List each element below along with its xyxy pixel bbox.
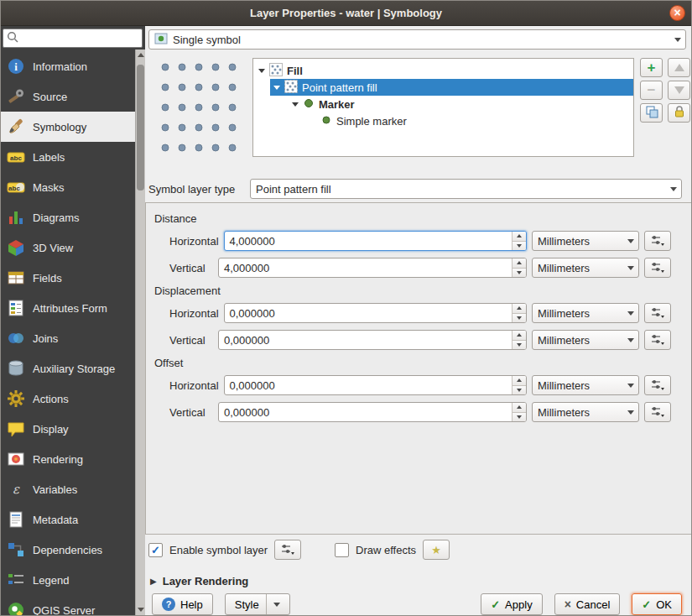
apply-button[interactable]: ✓ Apply	[481, 593, 542, 615]
sidebar-item-actions[interactable]: Actions	[1, 384, 135, 414]
data-defined-override-button[interactable]	[644, 375, 671, 395]
sidebar-item-3d-view[interactable]: 3D View	[1, 232, 135, 263]
draw-effects-checkbox[interactable]	[335, 543, 349, 557]
sidebar-item-labels[interactable]: abc Labels	[1, 142, 135, 172]
data-defined-override-button[interactable]	[644, 258, 671, 278]
sidebar-scrollbar[interactable]	[135, 50, 145, 615]
symbol-layer-type-combo[interactable]: Point pattern fill	[250, 179, 682, 199]
sidebar-item-auxiliary-storage[interactable]: Auxiliary Storage	[1, 353, 135, 384]
spin-up-button[interactable]	[512, 376, 526, 386]
sidebar-item-information[interactable]: i Information	[1, 51, 135, 81]
distance-horizontal-spinbox[interactable]: 4,000000	[224, 231, 527, 251]
sidebar-item-dependencies[interactable]: Dependencies	[1, 535, 135, 565]
data-defined-override-button[interactable]	[644, 330, 671, 350]
point-pattern-fill-icon	[284, 80, 298, 96]
displacement-vertical-unit-combo[interactable]: Millimeters	[532, 330, 639, 350]
offset-horizontal-spinbox[interactable]: 0,000000	[224, 375, 527, 395]
offset-horizontal-unit-combo[interactable]: Millimeters	[532, 375, 639, 395]
sidebar-search[interactable]	[3, 29, 143, 48]
unit-combo-value: Millimeters	[538, 406, 590, 419]
expander-down-icon[interactable]	[273, 86, 280, 90]
svg-text:abc: abc	[8, 185, 20, 192]
displacement-vertical-spinbox[interactable]: 0,000000	[218, 330, 527, 350]
expander-down-icon[interactable]	[258, 69, 265, 73]
sidebar-item-source[interactable]: Source	[1, 81, 135, 112]
layer-rendering-section-header[interactable]: ▶ Layer Rendering	[150, 575, 248, 587]
offset-vertical-spinbox[interactable]: 0,000000	[218, 402, 527, 422]
move-layer-down-button[interactable]	[668, 81, 690, 100]
sidebar-item-diagrams[interactable]: Diagrams	[1, 202, 135, 232]
sidebar-item-attributes-form[interactable]: Attributes Form	[1, 293, 135, 323]
spinbox-value: 0,000000	[225, 376, 512, 394]
sidebar-item-legend[interactable]: Legend	[1, 565, 135, 595]
chevron-down-icon	[266, 594, 280, 614]
tree-item-point-pattern-fill[interactable]: Point pattern fill	[270, 79, 633, 96]
move-layer-up-button[interactable]	[668, 58, 690, 77]
scrollbar-thumb[interactable]	[137, 65, 144, 191]
scrollbar-down-arrow-icon[interactable]	[138, 608, 144, 612]
sidebar-item-joins[interactable]: Joins	[1, 323, 135, 353]
single-symbol-icon	[154, 32, 168, 48]
lock-color-button[interactable]	[668, 103, 690, 123]
tree-item-fill[interactable]: Fill	[253, 62, 633, 79]
help-button[interactable]: ? Help	[152, 593, 213, 615]
tree-item-simple-marker[interactable]: Simple marker	[253, 112, 633, 129]
data-defined-override-button[interactable]	[644, 402, 671, 422]
draw-effects-label: Draw effects	[356, 544, 416, 556]
data-defined-override-button[interactable]	[644, 231, 671, 251]
spin-up-button[interactable]	[512, 304, 526, 314]
sidebar-item-metadata[interactable]: Metadata	[1, 504, 135, 535]
spin-down-button[interactable]	[512, 314, 526, 323]
sidebar-item-qgis-server[interactable]: QGIS Server	[1, 595, 135, 615]
spin-down-button[interactable]	[512, 413, 526, 422]
remove-symbol-layer-button[interactable]: −	[640, 81, 663, 100]
unit-combo-value: Millimeters	[538, 379, 590, 392]
tree-item-label: Point pattern fill	[302, 81, 377, 94]
tree-item-marker[interactable]: Marker	[253, 96, 633, 112]
data-defined-icon	[650, 260, 665, 276]
sidebar-item-rendering[interactable]: Rendering	[1, 444, 135, 474]
displacement-horizontal-unit-combo[interactable]: Millimeters	[532, 303, 639, 323]
sidebar-item-fields[interactable]: Fields	[1, 263, 135, 293]
data-defined-override-button[interactable]	[644, 303, 671, 323]
customize-effects-button[interactable]: ★	[423, 540, 450, 560]
spin-down-button[interactable]	[512, 242, 526, 251]
symbol-layer-options-row: ✓ Enable symbol layer Draw effects ★	[148, 540, 450, 560]
chevron-down-icon	[622, 258, 638, 277]
spin-up-button[interactable]	[512, 331, 526, 341]
offset-vertical-unit-combo[interactable]: Millimeters	[532, 402, 639, 422]
sidebar-item-masks[interactable]: abc Masks	[1, 172, 135, 202]
spinbox-value: 0,000000	[225, 304, 512, 322]
style-button-label: Style	[235, 598, 259, 611]
distance-vertical-spinbox[interactable]: 4,000000	[218, 258, 527, 278]
scrollbar-up-arrow-icon[interactable]	[138, 53, 144, 57]
enable-symbol-layer-checkbox[interactable]: ✓	[148, 543, 163, 557]
spin-up-button[interactable]	[512, 232, 526, 242]
spin-down-button[interactable]	[512, 269, 526, 278]
ok-button-label: OK	[656, 598, 672, 611]
ok-button[interactable]: ✓ OK	[632, 593, 682, 615]
renderer-combo[interactable]: Single symbol	[148, 29, 686, 50]
add-symbol-layer-button[interactable]: +	[640, 58, 663, 77]
sidebar-item-variables[interactable]: ε Variables	[1, 474, 135, 504]
enable-layer-data-defined-button[interactable]	[274, 540, 301, 560]
expander-down-icon[interactable]	[292, 102, 299, 107]
spin-up-button[interactable]	[512, 403, 526, 413]
sidebar-item-symbology[interactable]: Symbology	[1, 112, 135, 142]
cancel-button[interactable]: × Cancel	[554, 593, 621, 615]
style-button[interactable]: Style	[225, 593, 290, 615]
search-input[interactable]	[22, 32, 138, 44]
distance-horizontal-unit-combo[interactable]: Millimeters	[532, 231, 639, 251]
spin-down-button[interactable]	[512, 341, 526, 350]
spin-up-button[interactable]	[512, 258, 526, 269]
sidebar-item-display[interactable]: Display	[1, 414, 135, 444]
displacement-horizontal-spinbox[interactable]: 0,000000	[224, 303, 527, 323]
close-button[interactable]: ×	[669, 5, 685, 21]
sidebar-item-label: Diagrams	[33, 211, 80, 224]
sidebar-item-label: Source	[33, 91, 67, 103]
spinner-buttons	[512, 232, 526, 250]
duplicate-layer-button[interactable]	[640, 103, 663, 123]
distance-vertical-unit-combo[interactable]: Millimeters	[532, 258, 639, 278]
symbol-layer-type-row: Symbol layer type Point pattern fill	[148, 179, 682, 199]
spin-down-button[interactable]	[512, 386, 526, 395]
